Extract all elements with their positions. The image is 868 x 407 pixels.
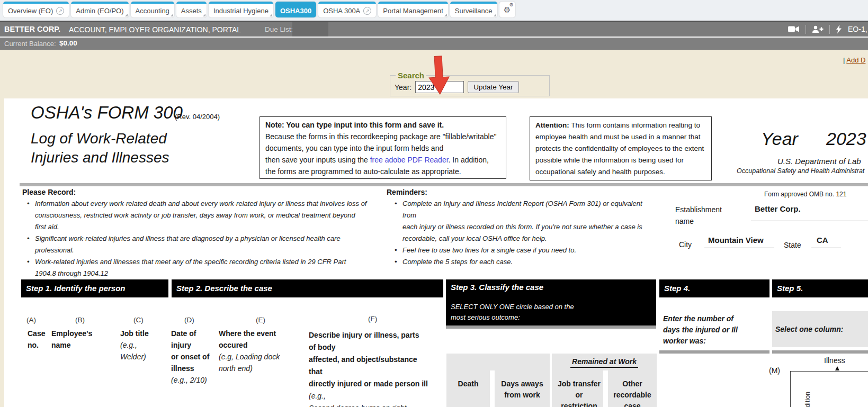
bullet-line: consciousness, restricted work activity … — [35, 210, 374, 221]
header-line: occured — [219, 339, 280, 351]
step4-header: Step 4. — [659, 279, 769, 297]
column-letter-a: (A) — [26, 316, 36, 324]
classify-col-job-transfer: Job transfer or restriction — [555, 378, 603, 407]
bullet-item: Feel free to use two lines for a single … — [395, 245, 649, 256]
form-title: OSHA's FORM 300 — [31, 103, 183, 123]
bullet-line: recordable, call your local OSHA office … — [402, 233, 649, 245]
bullet-line: each injury or illness recorded on this … — [402, 221, 649, 233]
header-line: north end) — [219, 363, 280, 374]
department-line: U.S. Department of Lab — [777, 157, 861, 166]
step3-instruction-line1: SELECT ONLY ONE circle based on the — [451, 303, 574, 311]
remained-at-work-text: Remained at Work — [570, 357, 638, 368]
tab-assets[interactable]: Assets — [176, 2, 207, 17]
header-line: injury — [171, 339, 209, 351]
step2-header: Step 2. Describe the case — [172, 279, 443, 297]
divider — [829, 25, 830, 34]
add-data-link-wrap: | Add D — [843, 56, 865, 64]
tab-surveillance[interactable]: Surveillance — [450, 2, 497, 17]
free-adobe-pdf-reader-link[interactable]: free adobe PDF Reader — [370, 156, 449, 164]
classify-line: restriction — [555, 401, 603, 407]
tab-osha300-active[interactable]: OSHA300 — [275, 2, 316, 17]
open-new-window-icon[interactable]: ↗ — [363, 7, 371, 15]
note-text: . In addition, — [449, 156, 489, 164]
lightning-icon[interactable] — [836, 25, 842, 34]
reminders-heading: Reminders: — [387, 188, 427, 196]
step4-line: worker was: — [663, 336, 756, 347]
year-label: Year: — [395, 83, 411, 92]
bullet-item: Complete the 5 steps for each case. — [395, 256, 649, 268]
add-data-link[interactable]: Add D — [846, 56, 865, 64]
header-line: (e.g., — [120, 339, 149, 351]
bullet-item: Complete an Injury and Illness Incident … — [395, 198, 649, 245]
red-pointer-arrow-annotation — [426, 55, 452, 97]
tab-admin-eo-po[interactable]: Admin (EO/PO) — [71, 2, 128, 17]
form-subtitle-line1: Log of Work-Related — [31, 130, 167, 147]
column-letter-d: (D) — [184, 316, 194, 324]
step1-header: Step 1. Identify the person — [21, 279, 168, 297]
classify-line: recordable — [608, 390, 657, 401]
context-breadcrumb: ACCOUNT, EMPLOYER ORGANIZATION, PORTAL — [69, 25, 241, 34]
due-list-dropdown[interactable] — [292, 22, 328, 37]
state-label: State — [784, 241, 801, 249]
tab-label: OSHA300 — [280, 7, 311, 15]
column-header-employee-name: Employee's name — [51, 328, 92, 351]
gear-small-icon: ⚙ — [509, 3, 514, 7]
column-letter-b: (B) — [75, 316, 85, 324]
tab-overview-eo[interactable]: Overview (EO) ↗ — [3, 2, 69, 17]
rotated-condition-label: condition — [804, 373, 812, 407]
settings-button[interactable]: ⚙ ⚙ — [499, 2, 515, 17]
form-subtitle-line2: Injuries and Illnesses — [31, 149, 169, 166]
classify-line: Other — [608, 378, 657, 390]
bullet-line: first aid. — [35, 221, 374, 233]
add-user-icon[interactable] — [812, 25, 824, 33]
state-underline — [811, 248, 841, 248]
illness-label: Illness — [824, 356, 845, 365]
header-line: Where the event — [219, 328, 280, 339]
establishment-label: Establishment name — [675, 204, 722, 227]
illness-columns-box — [790, 371, 868, 407]
balance-bar: Current Balance: $0.00 — [0, 38, 868, 50]
please-record-list: Information about every work-related dea… — [27, 198, 374, 279]
step3-title: Step 3. Classify the case — [451, 283, 543, 292]
bullet-line: Complete the 5 steps for each case. — [402, 256, 649, 268]
step4-line: days the injured or Ill — [663, 324, 756, 336]
city-label: City — [679, 240, 692, 249]
tab-accounting[interactable]: Accounting — [131, 2, 174, 17]
header-line: no. — [28, 339, 45, 351]
header-line: Describe injury or illness, parts — [309, 329, 428, 341]
video-camera-icon[interactable] — [788, 25, 800, 33]
tab-osha-300a[interactable]: OSHA 300A ↗ — [318, 2, 376, 17]
update-year-button[interactable]: Update Year — [468, 81, 518, 93]
header-line: name — [51, 339, 92, 351]
tab-menu-fold-icon — [444, 14, 447, 16]
tab-label: Assets — [181, 7, 202, 15]
bullet-line: 1904.8 through 1904.12 — [35, 268, 374, 279]
arrow-up-icon — [835, 366, 839, 370]
classify-col-other-recordable: Other recordable case — [608, 378, 657, 407]
header-line: of body — [309, 341, 428, 354]
divider — [806, 25, 806, 34]
search-legend: Search — [396, 71, 426, 80]
open-new-window-icon[interactable]: ↗ — [56, 7, 64, 15]
column-letter-f: (F) — [368, 315, 377, 323]
classify-col-death: Death — [446, 378, 490, 390]
header-line: Second degree burns on right — [309, 402, 428, 407]
bullet-item: Work-related injuries and illnesses that… — [27, 256, 374, 279]
attention-line: occupational safely and health purposes. — [535, 166, 706, 178]
tab-label: OSHA 300A — [323, 7, 360, 15]
column-header-case-no: Case no. — [28, 328, 45, 351]
attention-bold: Attention: — [535, 121, 569, 129]
step5-header: Step 5. — [772, 279, 868, 297]
column-header-job-title: Job title (e.g., Welder) — [120, 328, 149, 363]
tab-portal-management[interactable]: Portal Management — [378, 2, 448, 17]
step5-select-box: Select one column: — [772, 311, 868, 347]
tab-label: Portal Management — [383, 7, 443, 15]
header-line: Job title — [120, 328, 149, 339]
header-line: affected, and object/substance — [309, 354, 428, 366]
header-line: (e.g., 2/10) — [171, 374, 209, 386]
step5-divider — [772, 350, 868, 354]
tab-label: Surveillance — [455, 7, 493, 15]
form-revision: (Rev. 04/2004) — [175, 113, 220, 121]
search-row: Year: Update Year — [395, 81, 549, 93]
tab-industrial-hygiene[interactable]: Industrial Hygiene — [209, 2, 273, 17]
